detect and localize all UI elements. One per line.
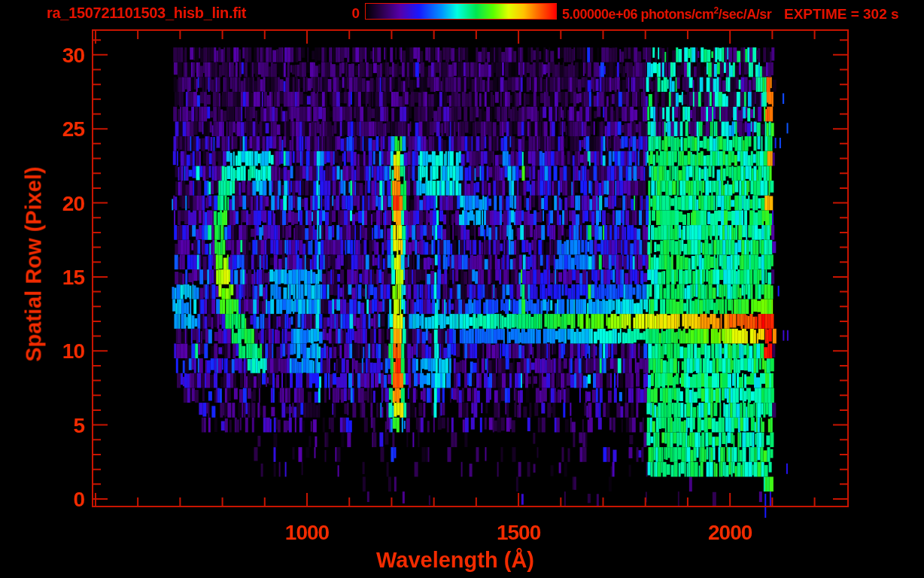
colorbar-max-superscript: 2 [714,5,719,16]
y-tick-label: 15 [62,266,84,290]
file-name-label: ra_150721101503_hisb_lin.fit [47,5,246,22]
y-tick-label: 30 [62,44,84,68]
colorbar-min-label: 0 [339,5,360,22]
colorbar-gradient [365,3,557,20]
spectral-image-viewer: ra_150721101503_hisb_lin.fit 0 5.00000e+… [0,0,924,578]
y-tick-label: 10 [62,339,84,364]
y-tick-label: 0 [73,488,84,512]
y-tick-label: 5 [73,414,84,438]
x-tick-label: 1500 [497,521,540,545]
x-axis-title: Wavelength (Å) [376,548,534,573]
colorbar-max-label: 5.00000e+06 photons/cm2/sec/A/sr [562,7,771,23]
x-tick-label: 1000 [285,521,329,545]
exptime-label: EXPTIME = 302 s [784,6,899,23]
colorbar-max-suffix: /sec/A/sr [719,7,772,22]
spectrum-heatmap-canvas [0,0,924,578]
y-tick-label: 25 [62,117,84,141]
colorbar-max-prefix: 5.00000e+06 photons/cm [562,7,714,22]
y-tick-label: 20 [62,192,84,216]
y-axis-title: Spatial Row (Pixel) [22,166,47,361]
x-tick-label: 2000 [708,521,752,545]
